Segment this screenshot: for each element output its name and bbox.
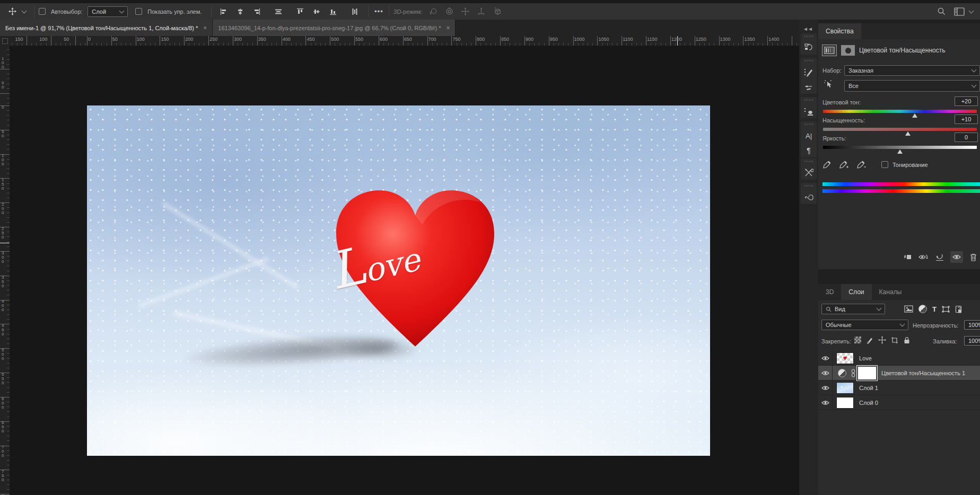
align-bottom-icon[interactable] — [327, 6, 339, 17]
distribute-h-icon[interactable] — [273, 6, 284, 17]
layers-tabbar: 3D Слои Каналы — [818, 284, 980, 300]
eyedropper-minus-icon[interactable] — [856, 160, 867, 169]
saturation-value[interactable]: +10 — [955, 114, 978, 124]
filter-pixel-icon[interactable] — [904, 305, 913, 313]
workspace-layout-icon[interactable] — [953, 6, 965, 17]
clone-source-panel-icon[interactable] — [804, 107, 813, 116]
saturation-slider-thumb[interactable] — [905, 131, 911, 136]
tab-channels[interactable]: Каналы — [872, 284, 909, 300]
layer-thumbnail[interactable] — [836, 382, 854, 394]
layer-visibility-toggle[interactable] — [818, 366, 833, 380]
filter-adjustment-icon[interactable] — [918, 305, 927, 313]
close-icon[interactable]: × — [446, 24, 450, 32]
eyedropper-plus-icon[interactable] — [839, 160, 849, 169]
mask-badge-icon[interactable] — [841, 45, 855, 56]
toggle-previous-state-icon[interactable] — [918, 253, 929, 261]
tab-layers[interactable]: Слои — [841, 284, 871, 300]
layer-thumbnail[interactable] — [836, 397, 854, 409]
layer-filter-select[interactable]: Вид — [821, 304, 885, 314]
layer-visibility-toggle[interactable] — [818, 381, 833, 395]
ruler-top-label: 150 — [160, 37, 169, 42]
filter-type-icon[interactable]: T — [932, 305, 937, 313]
hue-value[interactable]: +20 — [955, 96, 978, 106]
tab-properties[interactable]: Свойства — [818, 23, 861, 39]
align-right-icon[interactable] — [251, 6, 262, 17]
lock-all-icon[interactable] — [904, 337, 910, 344]
paragraph-panel-icon[interactable]: ¶ — [804, 146, 813, 155]
show-transform-controls-checkbox[interactable] — [135, 8, 142, 15]
document-tab-2[interactable]: 1613463096_14-p-fon-dlya-prezentatsii-pr… — [213, 20, 456, 36]
ruler-origin-box[interactable] — [0, 36, 10, 46]
filter-shape-icon[interactable] — [942, 306, 950, 313]
ruler-top-label: 200 — [184, 37, 193, 42]
workspace-chevron-icon[interactable] — [965, 6, 977, 17]
autoselect-checkbox[interactable] — [39, 8, 46, 15]
opacity-label: Непрозрачность: — [913, 322, 958, 329]
preset-select[interactable]: Заказная — [844, 65, 980, 76]
tab-3d[interactable]: 3D — [818, 284, 841, 300]
pasteboard[interactable]: Love — [10, 46, 799, 495]
layer-row[interactable]: ♥Love — [818, 351, 980, 366]
more-align-options-button[interactable]: ••• — [373, 6, 384, 17]
reset-icon[interactable] — [936, 253, 943, 261]
filter-smart-object-icon[interactable] — [955, 305, 962, 313]
align-v-center-icon[interactable] — [311, 6, 322, 17]
hue-slider-thumb[interactable] — [912, 113, 917, 118]
character-panel-icon[interactable]: A| — [804, 131, 813, 140]
ruler-top-label: 1300 — [719, 37, 731, 42]
lock-artboard-icon[interactable] — [891, 337, 899, 344]
layer-mask-thumbnail[interactable] — [858, 367, 876, 379]
ruler-top-label: 1200 — [670, 37, 682, 42]
close-icon[interactable]: × — [203, 24, 207, 32]
ruler-top-label: 1400 — [767, 37, 779, 42]
autoselect-target-select[interactable]: Слой — [88, 6, 128, 17]
tools-panel-icon[interactable] — [804, 168, 813, 178]
targeted-adjustment-icon[interactable] — [823, 79, 833, 90]
lightness-slider-thumb[interactable] — [897, 149, 903, 154]
lightness-slider[interactable] — [823, 146, 977, 149]
history-panel-icon[interactable] — [804, 43, 813, 52]
brush-settings-panel-icon[interactable] — [804, 67, 813, 77]
canvas[interactable]: Love — [87, 105, 710, 456]
adjustment-layer-icon[interactable] — [838, 369, 846, 377]
lock-position-icon[interactable] — [878, 336, 886, 344]
ruler-left-label: 0 — [2, 105, 4, 110]
saturation-slider[interactable] — [823, 128, 977, 131]
eyedropper-icon[interactable] — [822, 160, 832, 169]
collapse-dock-icon[interactable]: ◄◄ — [803, 26, 812, 32]
opacity-value[interactable]: 100% — [964, 320, 980, 330]
lock-pixels-icon[interactable] — [866, 337, 873, 344]
ruler-top-label: 0 — [87, 37, 91, 42]
layer-row[interactable]: Слой 1 — [818, 381, 980, 395]
layer-visibility-toggle[interactable] — [818, 351, 833, 365]
clip-to-layer-icon[interactable] — [903, 253, 912, 261]
blend-mode-select[interactable]: Обычные — [821, 320, 908, 330]
distribute-v-icon[interactable] — [349, 6, 361, 17]
ruler-top[interactable]: 1501005005010015020025030035040045050055… — [10, 36, 799, 46]
creative-cloud-icon[interactable] — [804, 192, 813, 202]
delete-trash-icon[interactable] — [970, 253, 977, 261]
channel-select[interactable]: Все — [844, 80, 980, 92]
brushes-panel-icon[interactable] — [804, 82, 813, 92]
align-left-icon[interactable] — [218, 6, 230, 17]
document-tab-1[interactable]: Без имени-1 @ 91,7% (Цветовой тон/Насыще… — [0, 20, 213, 36]
ruler-top-label: 800 — [476, 37, 485, 42]
adjustment-badge-icon[interactable] — [822, 45, 837, 56]
fill-value[interactable]: 100% — [964, 336, 980, 346]
mask-link-icon[interactable] — [851, 369, 856, 377]
ruler-left[interactable]: 1501005005010015020025030035040045050055… — [0, 46, 10, 495]
layer-visibility-toggle[interactable] — [818, 395, 833, 410]
align-top-icon[interactable] — [294, 6, 306, 17]
tool-preset-chevron-icon[interactable] — [18, 6, 30, 17]
align-h-center-icon[interactable] — [234, 6, 246, 17]
search-icon[interactable] — [935, 6, 947, 17]
lock-transparency-icon[interactable] — [854, 337, 861, 343]
layer-row[interactable]: Цветовой тон/Насыщенность 1 — [818, 366, 980, 381]
layer-thumbnail[interactable]: ♥ — [836, 352, 854, 364]
visibility-eye-icon[interactable] — [950, 251, 963, 263]
hue-slider[interactable] — [823, 110, 977, 113]
layer-row[interactable]: Слой 0 — [818, 395, 980, 410]
move-tool-icon[interactable] — [6, 6, 18, 17]
lightness-value[interactable]: 0 — [955, 132, 978, 142]
colorize-checkbox[interactable] — [881, 161, 888, 168]
